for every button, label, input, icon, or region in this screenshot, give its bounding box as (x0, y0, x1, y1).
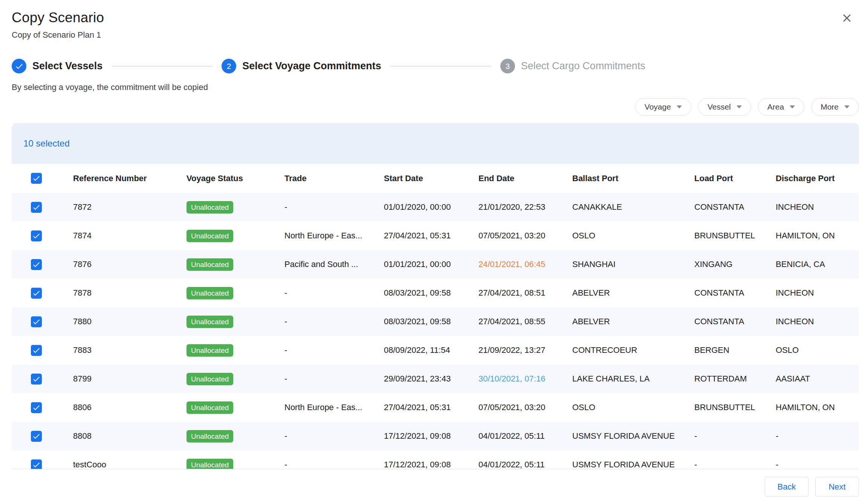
cell-start-date: 17/12/2021, 09:08 (371, 422, 466, 450)
cell-voyage-status: Unallocated (174, 250, 272, 279)
cell-discharge-port: OSLO (763, 336, 859, 365)
cell-end-date: 07/05/2021, 03:20 (466, 393, 560, 422)
cell-trade: - (272, 279, 371, 307)
select-all-checkbox[interactable] (31, 173, 42, 184)
row-checkbox[interactable] (31, 374, 42, 385)
check-icon (15, 62, 24, 71)
row-checkbox-cell (12, 450, 61, 469)
cell-discharge-port: HAMILTON, ON (763, 221, 859, 250)
row-checkbox-cell (12, 193, 61, 221)
cell-discharge-port: AASIAAT (763, 365, 859, 393)
filter-button-more[interactable]: More (811, 98, 859, 116)
cell-end-date: 27/04/2021, 08:51 (466, 279, 560, 307)
voyage-commitments-table: Reference Number Voyage Status Trade Sta… (12, 164, 859, 469)
cell-voyage-status: Unallocated (174, 307, 272, 336)
table-row: 7883 Unallocated - 08/09/2022, 11:54 21/… (12, 336, 859, 365)
row-checkbox-cell (12, 393, 61, 422)
cell-start-date: 27/04/2021, 05:31 (371, 393, 466, 422)
status-badge: Unallocated (186, 201, 233, 214)
row-checkbox[interactable] (31, 316, 42, 327)
stepper-helper-text: By selecting a voyage, the commitment wi… (0, 82, 868, 92)
status-badge: Unallocated (186, 230, 233, 242)
row-checkbox[interactable] (31, 288, 42, 299)
column-header-voyage-status: Voyage Status (174, 164, 272, 193)
column-header-load-port: Load Port (682, 164, 763, 193)
close-button[interactable] (839, 10, 855, 26)
cell-voyage-status: Unallocated (174, 393, 272, 422)
column-header-trade: Trade (272, 164, 371, 193)
cell-voyage-status: Unallocated (174, 422, 272, 450)
filter-label: Area (767, 102, 784, 111)
cell-start-date: 01/01/2020, 00:00 (371, 193, 466, 221)
step-3-label: Select Cargo Commitments (521, 60, 645, 72)
step-select-cargo-commitments[interactable]: 3 Select Cargo Commitments (500, 59, 645, 73)
row-checkbox[interactable] (31, 202, 42, 213)
row-checkbox-cell (12, 365, 61, 393)
back-button[interactable]: Back (765, 477, 808, 497)
row-checkbox-cell (12, 221, 61, 250)
row-checkbox[interactable] (31, 259, 42, 270)
cell-load-port: BRUNSBUTTEL (682, 393, 763, 422)
step-select-voyage-commitments[interactable]: 2 Select Voyage Commitments (222, 59, 381, 73)
table-row: 7876 Unallocated Pacific and South ... 0… (12, 250, 859, 279)
cell-end-date: 04/01/2022, 05:11 (466, 450, 560, 469)
row-checkbox[interactable] (31, 345, 42, 356)
cell-start-date: 08/03/2021, 09:58 (371, 279, 466, 307)
cell-ballast-port: OSLO (560, 393, 682, 422)
step-connector (390, 66, 491, 67)
dialog-footer: Back Next (0, 469, 868, 497)
row-checkbox[interactable] (31, 230, 42, 241)
cell-reference-number: testCooo (61, 450, 174, 469)
table-row: 8806 Unallocated North Europe - Eas... 2… (12, 393, 859, 422)
step-select-vessels[interactable]: Select Vessels (12, 59, 102, 73)
table-row: 7874 Unallocated North Europe - Eas... 2… (12, 221, 859, 250)
chevron-down-icon (844, 105, 850, 108)
cell-voyage-status: Unallocated (174, 279, 272, 307)
cell-reference-number: 8808 (61, 422, 174, 450)
page-title: Copy Scenario (12, 10, 856, 26)
row-checkbox[interactable] (31, 431, 42, 442)
status-badge: Unallocated (186, 344, 233, 357)
cell-trade: North Europe - Eas... (272, 393, 371, 422)
next-button[interactable]: Next (815, 477, 859, 497)
cell-trade: - (272, 193, 371, 221)
chevron-down-icon (737, 105, 742, 108)
cell-end-date: 04/01/2022, 05:11 (466, 422, 560, 450)
status-badge: Unallocated (186, 430, 233, 442)
close-icon (840, 12, 853, 24)
cell-trade: - (272, 336, 371, 365)
chevron-down-icon (677, 105, 682, 108)
cell-discharge-port: INCHEON (763, 279, 859, 307)
cell-discharge-port: INCHEON (763, 307, 859, 336)
cell-reference-number: 7874 (61, 221, 174, 250)
cell-load-port: BERGEN (682, 336, 763, 365)
cell-discharge-port: HAMILTON, ON (763, 393, 859, 422)
filter-button-vessel[interactable]: Vessel (698, 98, 751, 116)
row-checkbox[interactable] (31, 459, 42, 470)
cell-voyage-status: Unallocated (174, 450, 272, 469)
status-badge: Unallocated (186, 459, 233, 470)
cell-load-port: ROTTERDAM (682, 365, 763, 393)
cell-start-date: 01/01/2021, 00:00 (371, 250, 466, 279)
cell-voyage-status: Unallocated (174, 221, 272, 250)
cell-ballast-port: CANAKKALE (560, 193, 682, 221)
cell-trade: - (272, 450, 371, 469)
step-1-label: Select Vessels (32, 60, 102, 72)
step-2-circle: 2 (222, 59, 236, 73)
cell-ballast-port: USMSY FLORIDA AVENUE (560, 422, 682, 450)
row-checkbox[interactable] (31, 402, 42, 413)
cell-start-date: 17/12/2021, 09:08 (371, 450, 466, 469)
cell-trade: North Europe - Eas... (272, 221, 371, 250)
cell-load-port: XINGANG (682, 250, 763, 279)
table-body: 7872 Unallocated - 01/01/2020, 00:00 21/… (12, 193, 859, 469)
table-header-row: Reference Number Voyage Status Trade Sta… (12, 164, 859, 193)
cell-trade: - (272, 307, 371, 336)
filter-label: More (821, 102, 839, 111)
cell-voyage-status: Unallocated (174, 193, 272, 221)
filter-button-area[interactable]: Area (758, 98, 804, 116)
selected-count: 10 selected (23, 138, 70, 149)
cell-end-date: 27/04/2021, 08:55 (466, 307, 560, 336)
stepper: Select Vessels 2 Select Voyage Commitmen… (0, 59, 868, 73)
filter-button-voyage[interactable]: Voyage (635, 98, 691, 116)
cell-discharge-port: - (763, 450, 859, 469)
